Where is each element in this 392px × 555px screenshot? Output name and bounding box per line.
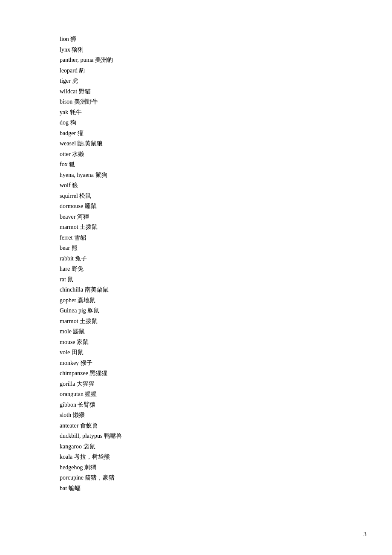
list-item: badger 獾 [60, 128, 332, 139]
list-item: porcupine 箭猪，豪猪 [60, 473, 332, 483]
list-item: fox 狐 [60, 159, 332, 170]
list-item: koala 考拉，树袋熊 [60, 452, 332, 462]
list-item: gopher 囊地鼠 [60, 295, 332, 306]
list-item: mole 鼹鼠 [60, 327, 332, 337]
list-item: dog 狗 [60, 118, 332, 128]
list-item: wolf 狼 [60, 180, 332, 191]
list-item: panther, puma 美洲豹 [60, 55, 332, 66]
list-item: Guinea pig 豚鼠 [60, 306, 332, 316]
list-item: squirrel 松鼠 [60, 191, 332, 202]
list-item: otter 水獭 [60, 149, 332, 160]
animal-list: lion 狮lynx 猞猁panther, puma 美洲豹leopard 豹t… [60, 34, 332, 494]
list-item: marmot 土拨鼠 [60, 316, 332, 327]
list-item: orangutan 猩猩 [60, 389, 332, 400]
list-item: beaver 河狸 [60, 212, 332, 223]
list-item: rabbit 兔子 [60, 254, 332, 264]
list-item: hyena, hyaena 鬣狗 [60, 170, 332, 181]
list-item: monkey 猴子 [60, 358, 332, 369]
list-item: tiger 虎 [60, 76, 332, 87]
list-item: chimpanzee 黑猩猩 [60, 368, 332, 379]
list-item: chinchilla 南美栗鼠 [60, 285, 332, 295]
list-item: kangaroo 袋鼠 [60, 442, 332, 452]
list-item: dormouse 睡鼠 [60, 201, 332, 212]
list-item: marmot 土拨鼠 [60, 222, 332, 233]
list-item: bison 美洲野牛 [60, 97, 332, 107]
page-number: 3 [363, 531, 366, 538]
list-item: lion 狮 [60, 34, 332, 45]
list-item: bat 蝙蝠 [60, 483, 332, 494]
list-item: lynx 猞猁 [60, 45, 332, 55]
list-item: ferret 雪貂 [60, 233, 332, 243]
list-item: yak 牦牛 [60, 107, 332, 118]
list-item: hare 野兔 [60, 264, 332, 275]
list-item: mouse 家鼠 [60, 337, 332, 348]
list-item: duckbill, platypus 鸭嘴兽 [60, 431, 332, 442]
list-item: anteater 食蚁兽 [60, 421, 332, 431]
list-item: bear 熊 [60, 243, 332, 254]
list-item: rat 鼠 [60, 275, 332, 285]
list-item: vole 田鼠 [60, 347, 332, 358]
list-item: hedgehog 刺猬 [60, 462, 332, 473]
list-item: wildcat 野猫 [60, 87, 332, 97]
list-item: leopard 豹 [60, 66, 332, 76]
main-content: lion 狮lynx 猞猁panther, puma 美洲豹leopard 豹t… [0, 0, 392, 528]
list-item: weasel 鼬,黄鼠狼 [60, 139, 332, 149]
list-item: gorilla 大猩猩 [60, 379, 332, 390]
list-item: sloth 懒猴 [60, 410, 332, 421]
list-item: gibbon 长臂猿 [60, 400, 332, 410]
